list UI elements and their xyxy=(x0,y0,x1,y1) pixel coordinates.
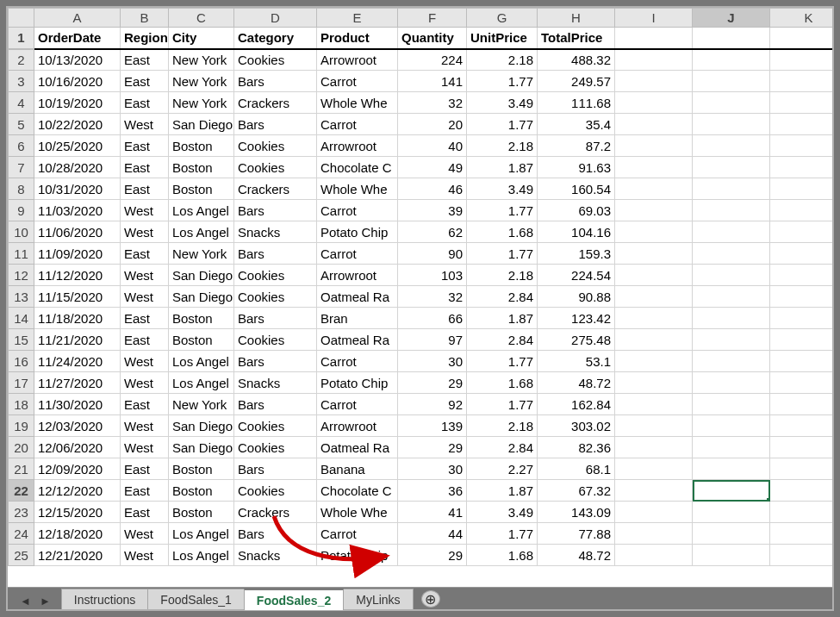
cell[interactable]: Los Angel xyxy=(169,221,234,243)
col-header-K[interactable]: K xyxy=(770,9,833,28)
row-header-24[interactable]: 24 xyxy=(9,523,34,545)
col-header-G[interactable]: G xyxy=(467,9,538,28)
cell[interactable]: Carrot xyxy=(317,523,398,545)
cell[interactable]: Snacks xyxy=(234,221,317,243)
cell[interactable]: 1.77 xyxy=(467,351,538,372)
row-header-20[interactable]: 20 xyxy=(9,437,34,458)
cell[interactable]: 224.54 xyxy=(538,265,615,286)
cell[interactable] xyxy=(615,49,693,71)
cell[interactable]: Arrowroot xyxy=(317,415,398,437)
cell[interactable]: Los Angel xyxy=(169,523,234,545)
col-header-H[interactable]: H xyxy=(538,9,615,28)
cell[interactable]: 2.84 xyxy=(467,437,538,458)
cell[interactable] xyxy=(615,415,693,437)
cell[interactable]: Los Angel xyxy=(169,200,234,221)
cell[interactable]: 53.1 xyxy=(538,351,615,372)
cell[interactable] xyxy=(770,437,833,458)
col-header-D[interactable]: D xyxy=(234,9,317,28)
cell[interactable]: 90.88 xyxy=(538,286,615,308)
cell[interactable]: 10/13/2020 xyxy=(34,49,121,71)
row-header-12[interactable]: 12 xyxy=(9,265,34,286)
cell[interactable] xyxy=(615,243,693,265)
cell[interactable] xyxy=(693,415,770,437)
cell[interactable] xyxy=(770,265,833,286)
cell[interactable]: East xyxy=(121,92,169,114)
cell[interactable]: Region xyxy=(121,28,169,49)
cell[interactable]: 1.87 xyxy=(467,480,538,502)
cell[interactable]: 20 xyxy=(398,114,467,135)
cell[interactable]: Cookies xyxy=(234,135,317,157)
row-header-15[interactable]: 15 xyxy=(9,329,34,351)
cell[interactable] xyxy=(615,286,693,308)
row-header-3[interactable]: 3 xyxy=(9,71,34,92)
cell[interactable]: Los Angel xyxy=(169,545,234,566)
cell[interactable] xyxy=(693,523,770,545)
cell[interactable]: 77.88 xyxy=(538,523,615,545)
cell[interactable]: 1.77 xyxy=(467,114,538,135)
cell[interactable]: Cookies xyxy=(234,437,317,458)
cell[interactable]: 11/06/2020 xyxy=(34,221,121,243)
col-header-F[interactable]: F xyxy=(398,9,467,28)
cell[interactable]: 68.1 xyxy=(538,458,615,480)
cell[interactable] xyxy=(693,372,770,394)
cell[interactable] xyxy=(693,351,770,372)
cell[interactable] xyxy=(615,92,693,114)
cell[interactable]: East xyxy=(121,71,169,92)
cell[interactable]: 91.63 xyxy=(538,157,615,178)
cell[interactable]: Arrowroot xyxy=(317,135,398,157)
cell[interactable]: 29 xyxy=(398,545,467,566)
cell[interactable]: 1.68 xyxy=(467,221,538,243)
cell[interactable]: 11/12/2020 xyxy=(34,265,121,286)
cell[interactable]: Los Angel xyxy=(169,372,234,394)
cell[interactable] xyxy=(770,458,833,480)
cell[interactable] xyxy=(615,157,693,178)
cell[interactable]: Whole Whe xyxy=(317,92,398,114)
cell[interactable]: West xyxy=(121,372,169,394)
cell[interactable]: Oatmeal Ra xyxy=(317,286,398,308)
cell[interactable]: Whole Whe xyxy=(317,502,398,523)
cell[interactable]: East xyxy=(121,49,169,71)
cell[interactable]: 3.49 xyxy=(467,502,538,523)
cell[interactable]: West xyxy=(121,437,169,458)
cell[interactable]: 488.32 xyxy=(538,49,615,71)
row-header-7[interactable]: 7 xyxy=(9,157,34,178)
cell[interactable]: New York xyxy=(169,243,234,265)
cell[interactable] xyxy=(770,114,833,135)
cell[interactable]: 2.27 xyxy=(467,458,538,480)
cell[interactable]: West xyxy=(121,286,169,308)
cell[interactable]: East xyxy=(121,480,169,502)
cell[interactable]: New York xyxy=(169,394,234,415)
cell[interactable]: San Diego xyxy=(169,265,234,286)
cell[interactable]: Cookies xyxy=(234,286,317,308)
cell[interactable]: 2.84 xyxy=(467,329,538,351)
cell[interactable] xyxy=(615,221,693,243)
cell[interactable]: 40 xyxy=(398,135,467,157)
cell[interactable]: 143.09 xyxy=(538,502,615,523)
cell[interactable]: Bars xyxy=(234,71,317,92)
cell[interactable] xyxy=(770,200,833,221)
cell[interactable] xyxy=(615,351,693,372)
cell[interactable]: New York xyxy=(169,71,234,92)
cell[interactable]: Category xyxy=(234,28,317,49)
cell[interactable] xyxy=(615,178,693,200)
cell[interactable]: 159.3 xyxy=(538,243,615,265)
row-header-18[interactable]: 18 xyxy=(9,394,34,415)
cell[interactable] xyxy=(615,545,693,566)
cell[interactable] xyxy=(693,157,770,178)
cell[interactable]: 62 xyxy=(398,221,467,243)
cell[interactable] xyxy=(615,265,693,286)
cell[interactable]: 12/18/2020 xyxy=(34,523,121,545)
cell[interactable]: 36 xyxy=(398,480,467,502)
cell[interactable]: Oatmeal Ra xyxy=(317,329,398,351)
cell[interactable]: 46 xyxy=(398,178,467,200)
cell[interactable]: 123.42 xyxy=(538,308,615,329)
new-sheet-button[interactable]: ⊕ xyxy=(421,590,440,608)
cell[interactable]: Carrot xyxy=(317,394,398,415)
cell[interactable]: 67.32 xyxy=(538,480,615,502)
cell[interactable]: San Diego xyxy=(169,114,234,135)
cell[interactable] xyxy=(693,502,770,523)
cell[interactable] xyxy=(770,329,833,351)
cell[interactable]: UnitPrice xyxy=(467,28,538,49)
row-header-1[interactable]: 1 xyxy=(9,28,34,49)
cell[interactable]: Cookies xyxy=(234,157,317,178)
